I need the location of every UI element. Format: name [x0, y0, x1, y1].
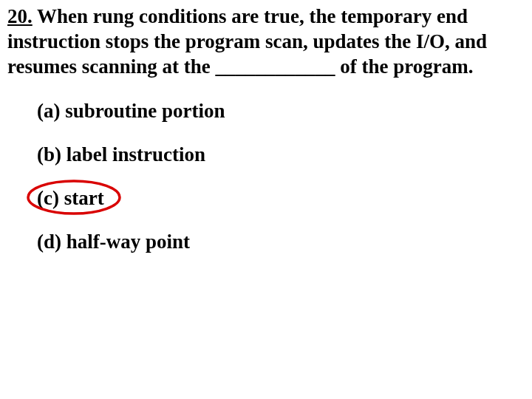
option-d-text: (d) half-way point: [37, 231, 190, 253]
question-page: 20. When rung conditions are true, the t…: [0, 0, 532, 282]
options-list: (a) subroutine portion (b) label instruc…: [7, 100, 525, 253]
question-text: When rung conditions are true, the tempo…: [7, 5, 487, 78]
option-a: (a) subroutine portion: [37, 100, 525, 123]
option-c: (c) start: [37, 187, 525, 210]
option-a-text: (a) subroutine portion: [37, 100, 225, 122]
option-b: (b) label instruction: [37, 143, 525, 166]
option-c-text: (c) start: [37, 187, 104, 209]
question-block: 20. When rung conditions are true, the t…: [7, 4, 525, 79]
option-b-text: (b) label instruction: [37, 143, 205, 166]
option-d: (d) half-way point: [37, 231, 525, 253]
question-number: 20.: [7, 5, 33, 27]
